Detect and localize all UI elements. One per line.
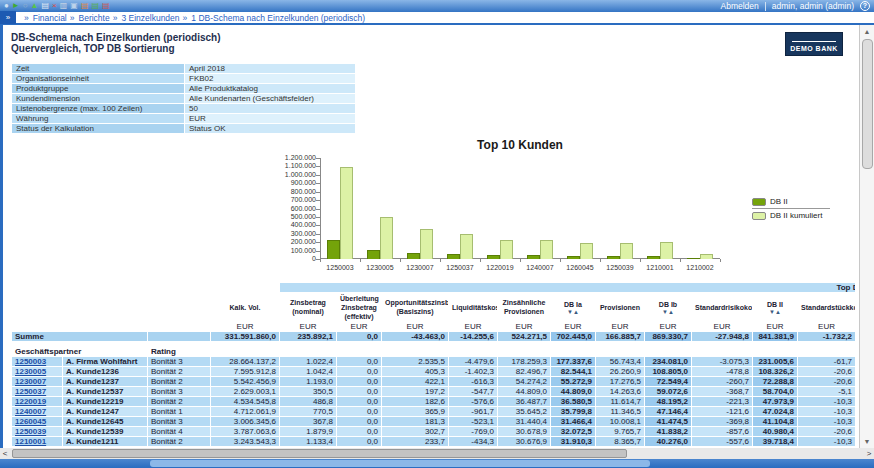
value-cell: 7.595.912,8 [211, 367, 279, 376]
value-cell: 41.104,8 [753, 417, 797, 426]
partner-id-link[interactable]: 1220019 [15, 397, 46, 406]
value-cell: 11.614,7 [596, 397, 644, 406]
column-header: Provisionen [596, 293, 644, 321]
value-cell: 365,9 [382, 407, 448, 416]
partner-id-link[interactable]: 1240007 [15, 407, 46, 416]
partner-id-link[interactable]: 1230005 [15, 367, 46, 376]
delete-icon[interactable]: × [52, 1, 57, 11]
partner-id-cell: 1230005 [12, 367, 62, 376]
export-excel-icon[interactable]: ▤ [91, 1, 99, 11]
import-icon[interactable]: ▲ [31, 1, 39, 11]
value-cell: 0,0 [337, 397, 381, 406]
spacer-row [12, 342, 855, 346]
value-cell: 3.787.063,6 [211, 427, 279, 436]
value-cell: -616,3 [449, 377, 497, 386]
sum-value: -1.732,2 [798, 332, 855, 341]
logout-link[interactable]: Abmelden [721, 1, 759, 11]
partner-id-link[interactable]: 1260045 [15, 417, 46, 426]
x-axis-label: 1260045 [560, 264, 600, 271]
help-icon[interactable]: ? [860, 1, 870, 11]
value-cell: 770,5 [280, 407, 336, 416]
legend-separator [752, 208, 830, 209]
value-cell: 177.337,6 [551, 357, 595, 366]
bar-db2-kumuliert [460, 234, 473, 259]
value-cell: 0,0 [337, 357, 381, 366]
edit-icon[interactable]: ▤ [42, 1, 50, 11]
parameter-value: April 2018 [185, 64, 355, 73]
column-header[interactable]: DB Ia▼▲ [551, 293, 595, 321]
y-axis-label: 900.000 [270, 179, 316, 187]
y-axis-label: 700.000 [270, 196, 316, 204]
partner-id-link[interactable]: 1250037 [15, 387, 46, 396]
vertical-scrollbar-thumb[interactable] [862, 39, 873, 169]
value-cell: 405,3 [382, 367, 448, 376]
export-pdf-icon[interactable]: ▤ [81, 1, 89, 11]
run-report-icon[interactable]: ► [12, 1, 20, 11]
value-cell: 44.809,0 [551, 387, 595, 396]
value-cell: 30.676,9 [498, 437, 550, 446]
value-cell: -368,7 [692, 387, 752, 396]
value-cell: 1.022,4 [280, 357, 336, 366]
value-cell: 0,0 [337, 407, 381, 416]
breadcrumb-item[interactable]: 1 DB-Schema nach Einzelkunden (periodisc… [191, 13, 365, 23]
scroll-left-icon[interactable]: < [0, 448, 10, 459]
window-scrollbar-thumb[interactable] [150, 460, 650, 467]
scroll-up-icon[interactable]: ▲ [864, 25, 871, 36]
partner-id-link[interactable]: 1230007 [15, 377, 46, 386]
vertical-scrollbar[interactable]: ▲ ▼ [859, 25, 874, 448]
breadcrumb-item[interactable]: Financial [33, 13, 67, 23]
x-axis-label: 1230007 [400, 264, 440, 271]
view-icon[interactable]: ▥ [60, 1, 68, 11]
column-header: Standardstückkosten [798, 293, 855, 321]
bar-db2-kumuliert [340, 167, 353, 259]
value-cell: 1.879,9 [280, 427, 336, 436]
menu-icon[interactable]: ● [4, 1, 9, 11]
value-cell: 9.765,7 [596, 427, 644, 436]
parameter-row: OrganisationseinheitFKB02 [12, 74, 355, 83]
parameter-row: ProduktgruppeAlle Produktkatalog [12, 84, 355, 93]
unit-empty [148, 322, 210, 331]
sort-icon[interactable]: ▼▲ [554, 309, 592, 315]
value-cell: -557,6 [692, 437, 752, 446]
sidebar-toggle-button[interactable]: » [0, 11, 16, 24]
value-cell: 0,0 [337, 427, 381, 436]
window-scrollbar[interactable] [0, 459, 874, 468]
copy-icon[interactable]: ▣ [70, 1, 78, 11]
partner-id-cell: 1230007 [12, 377, 62, 386]
value-cell: 48.195,2 [645, 397, 691, 406]
breadcrumb-item[interactable]: Berichte [79, 13, 110, 23]
value-cell: 72.549,4 [645, 377, 691, 386]
column-header[interactable]: DB Ib▼▲ [645, 293, 691, 321]
partner-id-link[interactable]: 1250039 [15, 427, 46, 436]
partner-id-link[interactable]: 1250003 [15, 357, 46, 366]
value-cell: 54.274,2 [498, 377, 550, 386]
breadcrumb-item[interactable]: 3 Einzelkunden [121, 13, 179, 23]
chart-legend: DB IIDB II kumuliert [752, 196, 830, 221]
bar-group [480, 158, 520, 259]
horizontal-scrollbar-thumb[interactable] [12, 449, 627, 458]
search-icon[interactable]: ○ [23, 1, 28, 11]
scroll-down-icon[interactable]: ▼ [864, 435, 871, 448]
export-csv-icon[interactable]: ▤ [102, 1, 110, 11]
horizontal-scrollbar-track[interactable] [10, 448, 864, 459]
value-cell: 3.243.543,3 [211, 437, 279, 446]
y-axis-label: 1.000.000 [270, 171, 316, 179]
partner-name-cell: A. Kunde12219 [63, 397, 147, 406]
scroll-right-icon[interactable]: > [864, 448, 874, 459]
partner-name-cell: A. Kunde12645 [63, 417, 147, 426]
horizontal-scrollbar[interactable]: < > [0, 448, 874, 459]
column-header[interactable]: DB II▼▲ [753, 293, 797, 321]
value-cell: 3.006.345,6 [211, 417, 279, 426]
partner-id-link[interactable]: 1210001 [15, 437, 46, 446]
value-cell: 233,7 [382, 437, 448, 446]
parameter-value: 50 [185, 104, 355, 113]
rating-cell: Bonität 2 [148, 397, 210, 406]
value-cell: 28.664.137,2 [211, 357, 279, 366]
parameter-row: Status der KalkulationStatus OK [12, 124, 355, 133]
sub-header-row: GeschäftspartnerRating [12, 347, 855, 356]
value-cell: 181,3 [382, 417, 448, 426]
sort-icon[interactable]: ▼▲ [756, 309, 794, 315]
sort-icon[interactable]: ▼▲ [648, 309, 688, 315]
value-cell: 72.288,8 [753, 377, 797, 386]
column-header: Zinsbetrag (nominal) [280, 293, 336, 321]
